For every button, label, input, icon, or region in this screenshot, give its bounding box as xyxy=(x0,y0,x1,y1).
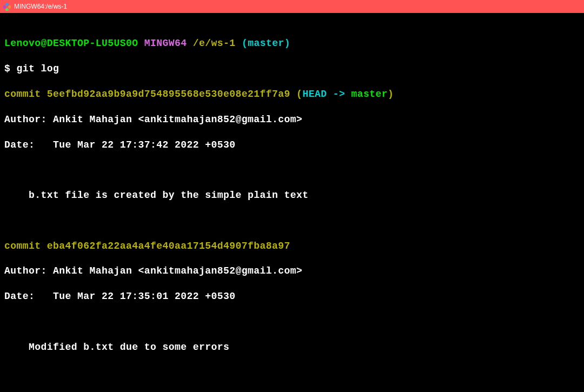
command-line: $ git log xyxy=(4,63,584,75)
window-title: MINGW64:/e/ws-1 xyxy=(14,3,67,10)
ref-head: HEAD -> xyxy=(302,89,351,99)
ref-branch: master xyxy=(351,89,388,99)
commit-date: Date: Tue Mar 22 17:35:01 2022 +0530 xyxy=(4,290,584,303)
blank-line xyxy=(4,316,584,328)
prompt-user-host: Lenovo@DESKTOP-LU5US0O xyxy=(4,38,138,49)
commit-hash: eba4f062fa22aa4a4fe40aa17154d4907fba8a97 xyxy=(47,241,290,251)
commit-author: Author: Ankit Mahajan <ankitmahajan852@g… xyxy=(4,265,584,277)
commit-author: Author: Ankit Mahajan <ankitmahajan852@g… xyxy=(4,114,584,126)
commit-line: commit eba4f062fa22aa4a4fe40aa17154d4907… xyxy=(4,240,584,253)
blank-line xyxy=(4,164,584,176)
commit-date: Date: Tue Mar 22 17:37:42 2022 +0530 xyxy=(4,139,584,151)
svg-rect-0 xyxy=(5,3,9,6)
terminal-output[interactable]: Lenovo@DESKTOP-LU5US0O MINGW64 /e/ws-1 (… xyxy=(0,13,584,392)
blank-line xyxy=(4,215,584,227)
svg-rect-3 xyxy=(5,8,9,11)
commit-message: b.txt file is created by the simple plai… xyxy=(4,189,584,202)
app-icon xyxy=(3,3,11,10)
commit-word: commit xyxy=(4,89,47,99)
commit-message: Modified b.txt due to some errors xyxy=(4,341,584,354)
commit-word: commit xyxy=(4,241,47,251)
commit-hash: 5eefbd92aa9b9a9d754895568e530e08e21ff7a9 xyxy=(47,89,290,99)
commit-line: commit 5eefbd92aa9b9a9d754895568e530e08e… xyxy=(4,88,584,101)
prompt-path: /e/ws-1 xyxy=(193,38,236,49)
window-titlebar: MINGW64:/e/ws-1 xyxy=(0,0,584,13)
prompt-sigil: $ xyxy=(4,63,10,74)
blank-line xyxy=(4,367,584,379)
entered-command: git log xyxy=(17,63,59,74)
prompt-line: Lenovo@DESKTOP-LU5US0O MINGW64 /e/ws-1 (… xyxy=(4,37,584,50)
ref-open: ( xyxy=(296,89,302,99)
prompt-shell: MINGW64 xyxy=(144,38,187,49)
prompt-branch: (master) xyxy=(242,38,290,49)
ref-close: ) xyxy=(388,89,394,99)
svg-rect-1 xyxy=(8,5,11,9)
svg-rect-2 xyxy=(3,5,6,9)
